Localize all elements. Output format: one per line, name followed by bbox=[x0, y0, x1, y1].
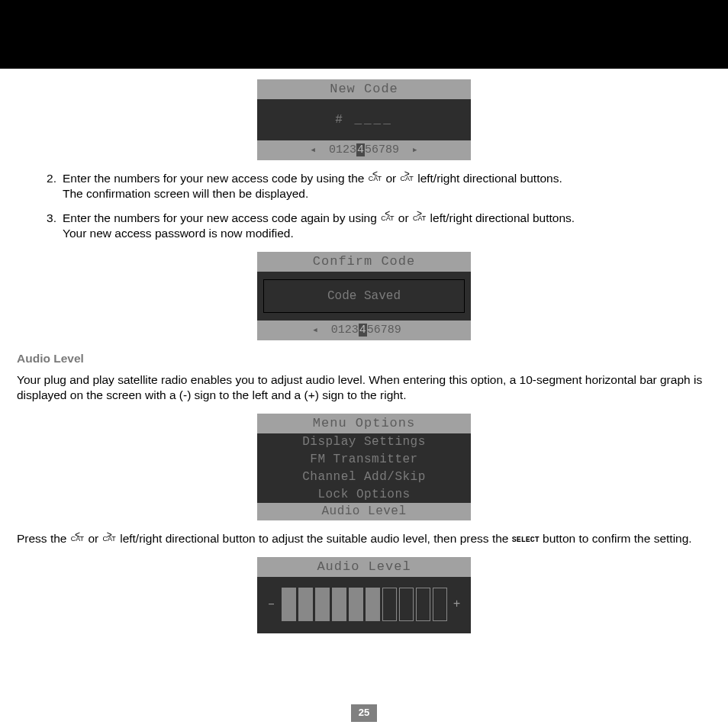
audio-bar-segment bbox=[382, 588, 397, 621]
press-or: or bbox=[88, 532, 101, 545]
step3-text-a: Enter the numbers for your new access co… bbox=[63, 211, 380, 224]
lcd-body: # ____ bbox=[257, 99, 471, 140]
audio-bar-segment bbox=[366, 588, 380, 621]
step2-text-a: Enter the numbers for your new access co… bbox=[63, 172, 368, 185]
cat-left-icon: <CAT bbox=[71, 533, 84, 542]
digits-pre: 0123 bbox=[331, 324, 359, 337]
lcd-menu-options: Menu Options Display Settings FM Transmi… bbox=[257, 414, 471, 520]
digit-highlighted: 4 bbox=[359, 324, 367, 337]
lcd-audio-level: Audio Level – + bbox=[257, 557, 471, 633]
step-number: 3. bbox=[17, 211, 63, 241]
triangle-left-icon: ◀ bbox=[311, 147, 315, 154]
audio-bar-segment bbox=[332, 588, 346, 621]
lcd-title: Confirm Code bbox=[257, 252, 471, 272]
lcd-title: New Code bbox=[257, 79, 471, 99]
digits-pre: 0123 bbox=[329, 143, 356, 156]
menu-item-fm-transmitter: FM Transmitter bbox=[257, 451, 471, 469]
audio-bar-segment bbox=[416, 588, 430, 621]
audio-level-heading: Audio Level bbox=[17, 351, 711, 366]
cat-left-icon: <CAT bbox=[381, 211, 394, 221]
press-text-c: button to confirm the setting. bbox=[543, 532, 692, 545]
press-paragraph: Press the <CAT or >CAT left/right direct… bbox=[17, 531, 711, 546]
cat-right-icon: >CAT bbox=[103, 533, 116, 542]
cat-left-icon: <CAT bbox=[369, 172, 382, 181]
audio-bar-segment bbox=[399, 588, 414, 621]
press-text-a: Press the bbox=[17, 532, 70, 545]
menu-item-lock-options: Lock Options bbox=[257, 486, 471, 504]
instruction-step-2: 2. Enter the numbers for your new access… bbox=[17, 171, 711, 201]
menu-item-display-settings: Display Settings bbox=[257, 433, 471, 451]
code-prompt: # ____ bbox=[335, 112, 393, 128]
audio-bar-graph bbox=[282, 588, 447, 621]
triangle-right-icon: ▶ bbox=[413, 147, 417, 154]
step-number: 2. bbox=[17, 171, 63, 201]
lcd-new-code: New Code # ____ ◀ 0123456789 ▶ bbox=[257, 79, 471, 160]
audio-bar-segment bbox=[349, 588, 363, 621]
lcd-title: Audio Level bbox=[257, 557, 471, 577]
step3-text-b: left/right directional buttons. bbox=[430, 211, 575, 224]
instruction-step-3: 3. Enter the numbers for your new access… bbox=[17, 211, 711, 241]
code-saved-text: Code Saved bbox=[327, 288, 401, 304]
select-icon: SELECT bbox=[512, 536, 540, 544]
cat-right-icon: >CAT bbox=[413, 211, 426, 221]
audio-bar-segment bbox=[433, 588, 447, 621]
step2-text-c: The confirmation screen will then be dis… bbox=[63, 187, 308, 200]
lcd-digit-row: ◀ 0123456789 ▶ bbox=[257, 140, 471, 160]
page-footer: 25 bbox=[0, 704, 728, 722]
step2-or: or bbox=[385, 172, 399, 185]
top-black-band bbox=[0, 0, 728, 69]
audio-bar-segment bbox=[315, 588, 330, 621]
press-text-b: left/right directional button to adjust … bbox=[120, 532, 512, 545]
cat-right-icon: >CAT bbox=[401, 172, 414, 181]
lcd-digit-row: ◀ 0123456789 bbox=[257, 321, 471, 340]
audio-bar-segment bbox=[298, 588, 313, 621]
digits-post: 56789 bbox=[367, 324, 401, 337]
audio-bar-segment bbox=[282, 588, 296, 621]
code-saved-box: Code Saved bbox=[263, 279, 465, 313]
menu-item-channel-add-skip: Channel Add/Skip bbox=[257, 469, 471, 486]
step2-text-b: left/right directional buttons. bbox=[417, 172, 562, 185]
lcd-confirm-code: Confirm Code Code Saved ◀ 0123456789 bbox=[257, 252, 471, 340]
triangle-left-icon: ◀ bbox=[313, 327, 317, 334]
digit-highlighted: 4 bbox=[356, 143, 365, 156]
step3-or: or bbox=[398, 211, 412, 224]
page-number: 25 bbox=[351, 704, 377, 722]
digits-post: 56789 bbox=[365, 143, 399, 156]
minus-icon: – bbox=[266, 597, 277, 613]
plus-icon: + bbox=[452, 597, 462, 613]
step3-text-c: Your new access password is now modified… bbox=[63, 227, 294, 240]
lcd-title: Menu Options bbox=[257, 414, 471, 433]
menu-item-audio-level-selected: Audio Level bbox=[257, 503, 471, 520]
audio-level-paragraph: Your plug and play satellite radio enabl… bbox=[17, 372, 711, 403]
